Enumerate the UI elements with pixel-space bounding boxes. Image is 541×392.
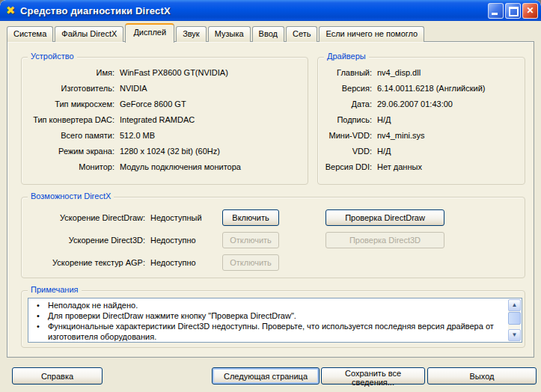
driver-row-mini-vdd: Мини-VDD:nv4_mini.sys (318, 127, 525, 143)
tab-input[interactable]: Ввод (252, 26, 284, 42)
field-label: Тип микросхем: (22, 99, 114, 108)
field-label: Тип конвертера DAC: (22, 115, 114, 124)
device-row-manufacturer: Изготовитель:NVIDIA (22, 80, 308, 96)
field-label: Режим экрана: (22, 147, 114, 156)
device-row-name: Имя:WinFast PX8600 GT(NVIDIA) (22, 64, 308, 80)
note-text: Функциональные характеристики Direct3D н… (48, 321, 504, 342)
chevron-down-icon: ▼ (512, 331, 518, 338)
field-label: Изготовитель: (22, 84, 114, 93)
directx-features-groupbox: Возможности DirectX Ускорение DirectDraw… (21, 197, 525, 278)
driver-row-vdd: VDD:Н/Д (318, 143, 525, 159)
notes-scrollbar: ▲ ▼ (508, 299, 521, 341)
field-value: Н/Д (377, 147, 391, 156)
chevron-up-icon: ▲ (512, 301, 518, 308)
help-button[interactable]: Справка (12, 367, 103, 385)
field-label: Мини-VDD: (318, 131, 372, 140)
tab-bar: Система Файлы DirectX Дисплей Звук Музык… (7, 23, 424, 42)
device-row-monitor: Монитор:Модуль подключения монитора (22, 159, 308, 174)
minimize-icon (492, 13, 498, 15)
feature-row-agp-texture: Ускорение текстур AGP: Недоступно Отключ… (22, 251, 525, 274)
tab-system[interactable]: Система (7, 26, 53, 42)
note-item: •Для проверки DirectDraw нажмите кнопку … (28, 310, 504, 321)
field-value: 29.06.2007 01:43:00 (377, 99, 453, 108)
driver-row-signed: Подпись:Н/Д (318, 111, 525, 127)
field-label: Монитор: (22, 162, 114, 171)
driver-row-main: Главный:nv4_disp.dll (318, 64, 525, 80)
feature-label: Ускорение текстур AGP: (22, 258, 145, 267)
drivers-groupbox: Драйверы Главный:nv4_disp.dll Версия:6.1… (317, 57, 525, 185)
field-label: Имя: (22, 68, 114, 77)
scroll-down-button[interactable]: ▼ (508, 329, 521, 341)
bullet-icon: • (28, 300, 48, 310)
disable-agp-texture-button: Отключить (222, 254, 279, 271)
feature-status: Недоступно (150, 236, 222, 245)
driver-row-date: Дата:29.06.2007 01:43:00 (318, 96, 525, 111)
test-direct3d-button: Проверка Direct3D (325, 232, 444, 248)
field-label: VDD: (318, 147, 372, 156)
directx-app-icon: ✖ (4, 4, 16, 16)
bullet-icon: • (28, 310, 48, 321)
tab-directx-files[interactable]: Файлы DirectX (55, 26, 123, 42)
field-value: GeForce 8600 GT (120, 99, 186, 108)
field-label: Версия: (318, 84, 372, 93)
device-groupbox: Устройство Имя:WinFast PX8600 GT(NVIDIA)… (21, 57, 308, 185)
enable-directdraw-button[interactable]: Включить (222, 209, 279, 226)
notes-content: •Неполадок не найдено. •Для проверки Dir… (28, 298, 522, 342)
tab-more-help[interactable]: Если ничего не помогло (319, 26, 424, 42)
close-button[interactable]: ✕ (522, 3, 538, 19)
field-label: Всего памяти: (22, 131, 114, 140)
maximize-button[interactable] (505, 3, 521, 19)
field-label: Версия DDI: (318, 162, 372, 171)
field-value: Н/Д (377, 115, 391, 124)
dxdiag-window: ✖ Средство диагностики DirectX ✕ Система… (0, 0, 541, 392)
drivers-caption: Драйверы (324, 52, 369, 61)
field-value: Нет данных (377, 162, 422, 171)
disable-direct3d-button: Отключить (222, 232, 279, 248)
field-value: 512.0 MB (120, 131, 155, 140)
minimize-button[interactable] (488, 3, 504, 19)
feature-label: Ускорение Direct3D: (22, 236, 145, 245)
close-icon: ✕ (526, 5, 534, 16)
notes-caption: Примечания (28, 285, 82, 294)
feature-label: Ускорение DirectDraw: (22, 213, 145, 222)
field-value: nv4_mini.sys (377, 131, 425, 140)
save-all-info-button[interactable]: Сохранить все сведения... (321, 367, 425, 385)
field-value: 6.14.0011.6218 (Английский) (377, 84, 486, 93)
field-value: 1280 x 1024 (32 bit) (60Hz) (120, 147, 220, 156)
field-label: Главный: (318, 68, 372, 77)
feature-status: Недоступно (150, 258, 222, 267)
feature-row-direct3d: Ускорение Direct3D: Недоступно Отключить… (22, 229, 525, 251)
feature-row-directdraw: Ускорение DirectDraw: Недоступный Включи… (22, 206, 525, 229)
note-text: Для проверки DirectDraw нажмите кнопку "… (48, 310, 504, 321)
maximize-icon (509, 7, 519, 16)
device-row-dac-type: Тип конвертера DAC:Integrated RAMDAC (22, 111, 308, 127)
bullet-icon: • (28, 321, 48, 342)
notes-groupbox: Примечания •Неполадок не найдено. •Для п… (21, 290, 525, 348)
test-directdraw-button[interactable]: Проверка DirectDraw (325, 209, 444, 226)
field-value: NVIDIA (120, 84, 147, 93)
tab-sound[interactable]: Звук (176, 26, 207, 42)
field-value: nv4_disp.dll (377, 68, 421, 77)
device-row-chip-type: Тип микросхем:GeForce 8600 GT (22, 96, 308, 111)
feature-status: Недоступный (150, 213, 222, 222)
tab-display[interactable]: Дисплей (125, 23, 174, 43)
note-item: •Функциональные характеристики Direct3D … (28, 321, 504, 342)
titlebar[interactable]: ✖ Средство диагностики DirectX ✕ (0, 0, 541, 21)
field-label: Дата: (318, 99, 372, 108)
driver-row-version: Версия:6.14.0011.6218 (Английский) (318, 80, 525, 96)
note-item: •Неполадок не найдено. (28, 300, 504, 310)
features-caption: Возможности DirectX (28, 192, 114, 200)
tab-network[interactable]: Сеть (286, 26, 317, 42)
scroll-up-button[interactable]: ▲ (508, 299, 521, 311)
field-value: Integrated RAMDAC (120, 115, 195, 124)
device-caption: Устройство (28, 52, 77, 61)
note-text: Неполадок не найдено. (48, 300, 504, 310)
notes-textarea[interactable]: •Неполадок не найдено. •Для проверки Dir… (28, 298, 522, 343)
exit-button[interactable]: Выход (427, 367, 537, 385)
scrollbar-thumb[interactable] (508, 312, 521, 325)
next-page-button[interactable]: Следующая страница (212, 367, 320, 385)
tab-music[interactable]: Музыка (208, 26, 251, 42)
driver-row-ddi-version: Версия DDI:Нет данных (318, 159, 525, 174)
device-row-display-mode: Режим экрана:1280 x 1024 (32 bit) (60Hz) (22, 143, 308, 159)
field-value: WinFast PX8600 GT(NVIDIA) (120, 68, 228, 77)
